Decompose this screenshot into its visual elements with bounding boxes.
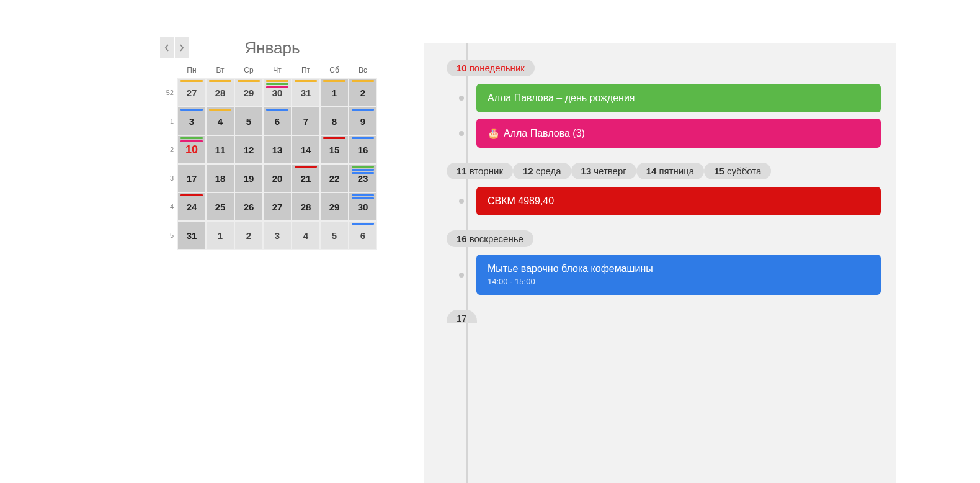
- day-cell[interactable]: 14: [292, 135, 320, 164]
- day-cell[interactable]: 10: [177, 135, 206, 164]
- day-cell[interactable]: 2: [349, 78, 377, 107]
- day-cell[interactable]: 26: [234, 192, 263, 221]
- day-cell[interactable]: 27: [177, 78, 206, 107]
- day-cell[interactable]: 22: [320, 164, 349, 192]
- agenda-day-number: 14: [646, 166, 657, 176]
- day-cell[interactable]: 30: [349, 192, 377, 221]
- day-cell[interactable]: 7: [292, 107, 320, 135]
- day-cell[interactable]: 24: [177, 192, 206, 221]
- day-cell[interactable]: 4: [206, 107, 234, 135]
- day-cell[interactable]: 5: [234, 107, 263, 135]
- day-cell[interactable]: 1: [206, 221, 234, 250]
- agenda-event[interactable]: Мытье варочно блока кофемашины14:00 - 15…: [476, 255, 881, 295]
- day-cell[interactable]: 27: [263, 192, 292, 221]
- day-cell[interactable]: 6: [349, 221, 377, 250]
- event-indicator: [266, 80, 288, 82]
- day-cell[interactable]: 3: [263, 221, 292, 250]
- day-cell[interactable]: 20: [263, 164, 292, 192]
- event-title: СВКМ 4989,40: [488, 196, 870, 207]
- agenda-day-header[interactable]: 14пятница: [636, 163, 704, 179]
- day-cell[interactable]: 18: [206, 164, 234, 192]
- event-indicator: [352, 137, 374, 139]
- event-indicator: [352, 109, 374, 111]
- day-cell[interactable]: 17: [177, 164, 206, 192]
- week-number: 52: [160, 89, 177, 96]
- agenda-day-header[interactable]: 17: [447, 310, 477, 323]
- weekday-header: Пн: [177, 65, 206, 78]
- day-cell[interactable]: 21: [292, 164, 320, 192]
- week-number: 4: [160, 203, 177, 210]
- day-number: 19: [244, 173, 254, 184]
- agenda-day-name: суббота: [727, 166, 761, 176]
- weekday-header: Сб: [320, 65, 349, 78]
- event-indicator: [180, 109, 203, 111]
- agenda-day-number: 16: [457, 233, 467, 244]
- day-cell[interactable]: 31: [292, 78, 320, 107]
- day-number: 6: [275, 116, 280, 127]
- day-cell[interactable]: 28: [292, 192, 320, 221]
- event-title: Мытье варочно блока кофемашины: [488, 263, 870, 274]
- day-number: 16: [358, 145, 368, 155]
- agenda-day-header[interactable]: 13четверг: [571, 163, 636, 179]
- agenda-day-name: среда: [536, 166, 561, 176]
- day-cell[interactable]: 6: [263, 107, 292, 135]
- agenda-day-header[interactable]: 11вторник: [447, 163, 513, 179]
- day-number: 22: [329, 173, 340, 184]
- event-indicator: [352, 197, 374, 199]
- month-nav-row: Январь: [160, 37, 383, 58]
- day-cell[interactable]: 29: [320, 192, 349, 221]
- event-indicator: [323, 80, 345, 82]
- event-indicator: [209, 109, 231, 111]
- day-cell[interactable]: 4: [292, 221, 320, 250]
- day-cell[interactable]: 12: [234, 135, 263, 164]
- day-cell[interactable]: 5: [320, 221, 349, 250]
- day-number: 21: [301, 173, 311, 184]
- day-number: 24: [187, 202, 197, 212]
- weekday-header: Вс: [349, 65, 377, 78]
- agenda-day-header[interactable]: 15суббота: [704, 163, 771, 179]
- agenda-day-header[interactable]: 16воскресенье: [447, 230, 533, 247]
- day-number: 25: [215, 202, 226, 212]
- day-cell[interactable]: 2: [234, 221, 263, 250]
- day-cell[interactable]: 13: [263, 135, 292, 164]
- day-cell[interactable]: 30: [263, 78, 292, 107]
- day-cell[interactable]: 19: [234, 164, 263, 192]
- day-number: 30: [358, 202, 368, 212]
- agenda-day-number: 15: [714, 166, 724, 176]
- day-cell[interactable]: 8: [320, 107, 349, 135]
- agenda-event[interactable]: Алла Павлова – день рождения: [476, 84, 881, 112]
- day-cell[interactable]: 1: [320, 78, 349, 107]
- day-cell[interactable]: 11: [206, 135, 234, 164]
- weekday-header: Вт: [206, 65, 234, 78]
- event-time: 14:00 - 15:00: [488, 277, 870, 286]
- day-number: 17: [187, 173, 197, 184]
- event-indicator: [352, 166, 374, 168]
- day-number: 11: [215, 145, 226, 155]
- agenda-day-name: понедельник: [470, 63, 525, 73]
- day-number: 1: [332, 88, 337, 98]
- event-indicator: [238, 80, 260, 82]
- day-number: 4: [303, 230, 308, 241]
- day-number: 5: [246, 116, 251, 127]
- agenda-panel[interactable]: 10понедельникАлла Павлова – день рождени…: [424, 43, 896, 483]
- event-indicator: [295, 80, 317, 82]
- day-cell[interactable]: 28: [206, 78, 234, 107]
- day-cell[interactable]: 3: [177, 107, 206, 135]
- agenda-day-header[interactable]: 12среда: [513, 163, 571, 179]
- event-indicator: [352, 169, 374, 171]
- day-cell[interactable]: 16: [349, 135, 377, 164]
- timeline-line: [466, 43, 468, 483]
- day-number: 3: [275, 230, 280, 241]
- agenda-day-header[interactable]: 10понедельник: [447, 60, 535, 76]
- day-cell[interactable]: 23: [349, 164, 377, 192]
- day-cell[interactable]: 29: [234, 78, 263, 107]
- day-number: 28: [215, 88, 226, 98]
- day-cell[interactable]: 15: [320, 135, 349, 164]
- day-cell[interactable]: 9: [349, 107, 377, 135]
- week-number: 1: [160, 117, 177, 125]
- day-cell[interactable]: 31: [177, 221, 206, 250]
- event-indicator: [323, 137, 345, 139]
- agenda-event[interactable]: 🎂Алла Павлова (3): [476, 119, 881, 148]
- agenda-event[interactable]: СВКМ 4989,40: [476, 187, 881, 215]
- day-cell[interactable]: 25: [206, 192, 234, 221]
